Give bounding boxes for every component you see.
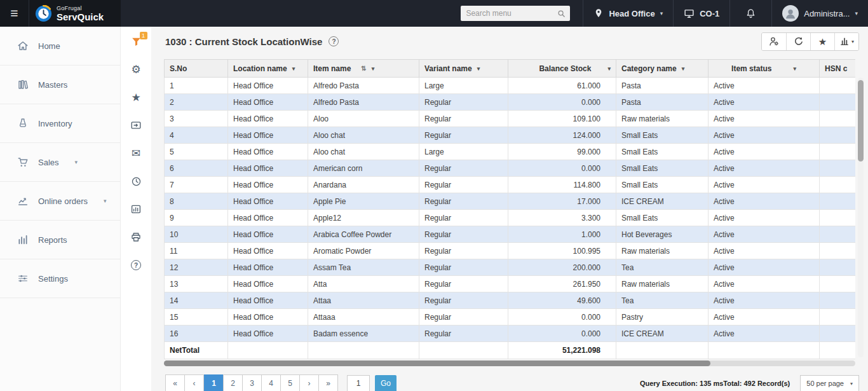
sidebar-item-sales[interactable]: Sales ▾ [0,143,120,182]
table-cell: Head Office [228,127,308,144]
favorite-star-icon[interactable]: ★ [810,33,834,50]
vertical-scrollbar-thumb[interactable] [858,80,864,161]
mail-icon[interactable]: ✉ [132,147,140,159]
brand-name-large: ServQuick [57,12,104,22]
column-caret-icon[interactable]: ▾ [682,65,685,72]
horizontal-scrollbar-thumb[interactable] [164,360,710,366]
star-icon[interactable]: ★ [131,92,140,103]
sliders-icon [17,273,29,284]
table-row: 13Head OfficeAttaRegular261.950Raw mater… [165,276,856,292]
clock-icon[interactable] [131,175,142,187]
table-cell: Head Office [228,210,308,226]
table-cell: Head Office [228,94,308,111]
search-icon [557,9,566,18]
terminal-selector[interactable]: CO-1 [673,0,729,27]
refresh-icon[interactable] [786,33,810,50]
terminal-monitor-icon [684,8,695,19]
location-pin-icon [593,8,604,18]
column-header-sno[interactable]: S.No [165,60,228,78]
table-cell: Tea [616,292,709,309]
table-cell [820,78,856,94]
table-row: 8Head OfficeApple PieRegular17.000ICE CR… [165,193,856,210]
location-selector[interactable]: Head Office ▾ [583,0,673,27]
table-cell: Regular [419,326,508,342]
help-icon[interactable]: ? [131,259,141,271]
table-cell: Active [709,94,820,111]
table-cell [820,193,856,210]
page-button-3[interactable]: 3 [242,374,262,391]
table-cell: Regular [419,193,508,210]
share-card-icon[interactable] [130,120,142,131]
table-cell: 0.000 [508,160,616,177]
sidebar-item-settings[interactable]: Settings [0,259,120,298]
page-button-4[interactable]: 4 [261,374,281,391]
sidebar-item-online-orders[interactable]: Online orders ▾ [0,182,120,221]
chart-view-dropdown[interactable]: ▾ [834,33,858,50]
column-header-balance-stock[interactable]: Balance Stock▾ [508,60,616,78]
hamburger-menu-button[interactable]: ≡ [0,0,29,27]
report-title: 1030 : Current Stock LocationWise [165,36,322,47]
gear-icon[interactable]: ⚙ [131,64,140,75]
table-cell: Active [709,160,820,177]
sidebar-item-home[interactable]: Home [0,27,120,65]
column-header-hsn[interactable]: HSN c [820,60,856,78]
table-cell: 49.600 [508,292,616,309]
column-caret-icon[interactable]: ▾ [292,65,295,72]
page-button-5[interactable]: 5 [280,374,300,391]
column-caret-icon[interactable]: ▾ [607,65,611,72]
go-button[interactable]: Go [375,375,397,391]
column-header-variant-name[interactable]: Variant name▾ [419,60,508,78]
books-icon [17,79,29,90]
search-input[interactable] [465,8,557,18]
sidebar-item-label: Reports [38,235,67,245]
table-cell: Head Office [228,78,308,94]
table-cell [820,326,856,342]
table-cell [820,111,856,127]
home-icon [17,40,29,51]
table-row: 3Head OfficeAlooRegular109.100Raw materi… [165,111,856,127]
sidebar-item-reports[interactable]: Reports [0,221,120,259]
table-cell: Head Office [228,111,308,127]
next-page-button[interactable]: › [299,374,319,391]
table-cell: Regular [419,177,508,193]
page-button-1[interactable]: 1 [204,374,224,391]
column-header-item-status[interactable]: Item status▾ [709,60,820,78]
report-help-icon[interactable]: ? [329,36,339,46]
column-header-item-name[interactable]: Item name⇅▾ [308,60,419,78]
table-cell: Active [709,111,820,127]
user-menu[interactable]: Administra... ▾ [771,0,868,27]
column-caret-icon[interactable]: ▾ [477,65,480,72]
column-header-location-name[interactable]: Location name▾ [228,60,308,78]
chevron-down-icon: ▾ [660,10,663,17]
table-cell [820,309,856,326]
table-cell: 4 [165,127,228,144]
filter-icon[interactable]: 1 [131,36,142,47]
notifications-button[interactable] [729,0,771,27]
table-cell: Head Office [228,144,308,160]
table-cell: 99.000 [508,144,616,160]
table-cell [820,276,856,292]
first-page-button[interactable]: « [165,374,185,391]
table-cell: Aromatic Powder [308,243,419,259]
last-page-button[interactable]: » [318,374,338,391]
sidebar-item-masters[interactable]: Masters [0,65,120,104]
horizontal-scrollbar[interactable] [164,360,855,366]
column-caret-icon[interactable]: ▾ [372,65,375,72]
pagination: « ‹ 12345 › » [165,374,338,391]
goto-page-input[interactable] [347,375,370,391]
column-header-category-name[interactable]: Category name▾ [616,60,709,78]
page-button-2[interactable]: 2 [223,374,243,391]
table-cell [820,94,856,111]
chart-box-icon[interactable] [130,203,142,215]
sidebar-item-inventory[interactable]: Inventory [0,104,120,143]
per-page-select[interactable]: 50 per page ▾ [800,375,859,391]
chevron-down-icon: ▾ [75,159,78,165]
table-cell: Head Office [228,326,308,342]
brand-logo: GoFrugal ServQuick [29,5,104,22]
prev-page-button[interactable]: ‹ [184,374,204,391]
table-cell [820,177,856,193]
vertical-scrollbar[interactable] [858,78,864,357]
user-settings-icon[interactable] [762,33,786,50]
column-caret-icon[interactable]: ▾ [793,65,796,72]
printer-icon[interactable] [130,231,142,243]
